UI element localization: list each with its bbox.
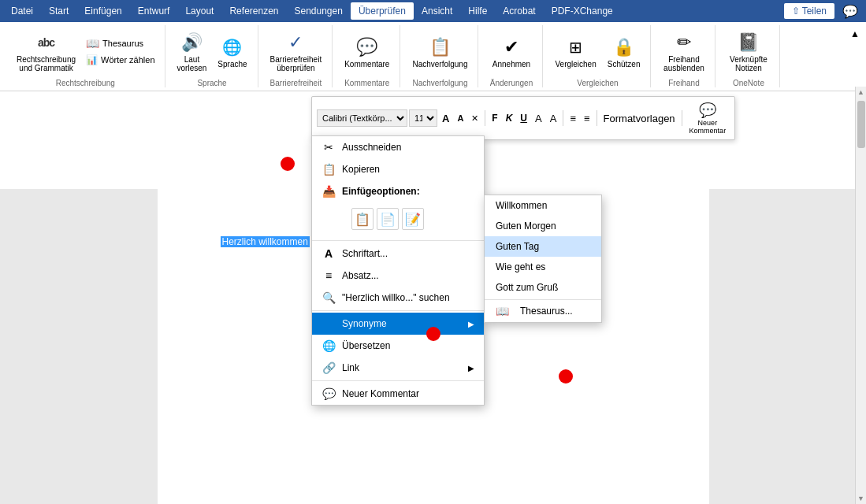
ctx-divider-2 (312, 310, 484, 311)
ctx-divider-1 (312, 240, 484, 241)
btn-sprache[interactable]: 🌐 Sprache (214, 32, 251, 71)
group-content-onenote: 📓 VerknüpfteNotizen (726, 25, 771, 77)
ctx-uebersetzen[interactable]: 🌐 Übersetzen (312, 335, 484, 357)
menu-hilfe[interactable]: Hilfe (460, 2, 495, 20)
menu-entwurf[interactable]: Entwurf (130, 2, 178, 20)
sub-guten-morgen[interactable]: Guten Morgen (485, 216, 601, 236)
scroll-up-arrow[interactable]: ▲ (856, 87, 866, 98)
font-grow-btn[interactable]: A (439, 109, 452, 127)
font-shrink-btn[interactable]: A (454, 109, 466, 127)
menu-layout[interactable]: Layout (177, 2, 221, 20)
styles-btn[interactable]: Formatvorlagen (600, 109, 678, 127)
group-content-kommentare: 💬 Kommentare (340, 25, 393, 77)
group-rechtschreibung: abc Rechtschreibungund Grammatik 📖 Thesa… (6, 25, 165, 87)
group-content-aenderungen: ✔ Annehmen (489, 25, 534, 77)
underline-btn[interactable]: U (517, 109, 530, 127)
btn-onenote[interactable]: 📓 VerknüpfteNotizen (726, 28, 771, 75)
new-comment-toolbar-btn[interactable]: 💬 NeuerKommentar (686, 99, 730, 137)
ctx-einfuege-label: Einfügeoptionen: (342, 186, 474, 197)
paste-opt-2[interactable]: 📄 (377, 208, 399, 230)
scissors-icon: ✂ (321, 140, 336, 154)
menu-einfuegen[interactable]: Einfügen (76, 2, 129, 20)
btn-laut[interactable]: 🔊 Lautvorlesen (173, 28, 211, 75)
toolbar-divider-3 (597, 110, 597, 126)
list-btn-1[interactable]: ≡ (567, 109, 579, 127)
menu-referenzen[interactable]: Referenzen (221, 2, 286, 20)
btn-spell-label: Rechtschreibungund Grammatik (17, 55, 76, 72)
paste-opt-1[interactable]: 📋 (351, 208, 374, 230)
group-kommentare: 💬 Kommentare Kommentare (334, 25, 400, 87)
ribbon: abc Rechtschreibungund Grammatik 📖 Thesa… (0, 22, 866, 91)
synonyme-submenu: Willkommen Guten Morgen Guten Tag Wie ge… (484, 195, 602, 323)
freihand-icon: ✏ (671, 30, 697, 55)
font-name-select[interactable]: Calibri (Textkörp... (317, 109, 407, 127)
sprache-icon: 🌐 (220, 35, 245, 60)
format-clear-btn[interactable]: ✕ (468, 109, 481, 127)
ctx-comment[interactable]: 💬 Neuer Kommentar (312, 383, 484, 405)
btn-woerter[interactable]: 📊 Wörter zählen (83, 53, 158, 67)
ribbon-collapse[interactable]: ▲ (850, 25, 860, 87)
sub-thesaurus[interactable]: 📖 Thesaurus... (485, 299, 601, 322)
group-content-sprache: 🔊 Lautvorlesen 🌐 Sprache (173, 25, 251, 77)
ctx-kopieren-label: Kopieren (342, 164, 474, 175)
menu-ansicht[interactable]: Ansicht (414, 2, 460, 20)
sub-gott-gruss[interactable]: Gott zum Gruß (485, 277, 601, 298)
synonyme-icon (321, 317, 336, 331)
highlight-btn[interactable]: A (532, 109, 545, 127)
sub-wie-geht[interactable]: Wie geht es (485, 257, 601, 277)
menu-sendungen[interactable]: Sendungen (287, 2, 351, 20)
ctx-kopieren[interactable]: 📋 Kopieren (312, 158, 484, 180)
kommentare-label: Kommentare (344, 60, 389, 69)
btn-freihand[interactable]: ✏ Freihandausblenden (660, 28, 708, 75)
ctx-ausschneiden[interactable]: ✂ Ausschneiden (312, 136, 484, 158)
toolbar-divider-1 (485, 110, 485, 126)
menu-start[interactable]: Start (41, 2, 76, 20)
menu-acrobat[interactable]: Acrobat (495, 2, 543, 20)
link-arrow: ▶ (468, 364, 474, 372)
comment-icon[interactable]: 💬 (838, 4, 863, 19)
thesaurus-icon: 📖 (86, 37, 99, 50)
ctx-absatz[interactable]: ≡ Absatz... (312, 265, 484, 287)
ctx-schriftart-label: Schriftart... (342, 248, 474, 259)
btn-kommentare[interactable]: 💬 Kommentare (340, 32, 393, 71)
group-label-onenote: OneNote (733, 77, 764, 87)
btn-vergleichen[interactable]: ⊞ Vergleichen (551, 32, 600, 71)
onenote-label: VerknüpfteNotizen (730, 55, 768, 72)
font-size-select[interactable]: 11 (409, 109, 437, 127)
btn-rechtschreibung[interactable]: abc Rechtschreibungund Grammatik (13, 28, 80, 75)
ctx-synonyme[interactable]: Synonyme ▶ (312, 313, 484, 335)
ctx-ausschneiden-label: Ausschneiden (342, 142, 474, 153)
group-nachverf: 📋 Nachverfolgung Nachverfolgung (402, 25, 478, 87)
thesaurus-sub-icon: 📖 (496, 305, 509, 317)
btn-thesaurus[interactable]: 📖 Thesaurus (83, 35, 158, 51)
scroll-down-arrow[interactable]: ▼ (856, 493, 866, 504)
bold-btn[interactable]: F (489, 109, 500, 127)
sub-guten-tag[interactable]: Guten Tag (485, 236, 601, 257)
ctx-link-label: Link (342, 362, 462, 373)
group-label-vergleichen: Vergleichen (577, 77, 618, 87)
ctx-link[interactable]: 🔗 Link ▶ (312, 357, 484, 379)
sub-willkommen[interactable]: Willkommen (485, 195, 601, 216)
btn-annehmen[interactable]: ✔ Annehmen (489, 32, 534, 71)
menu-ueberpruefen[interactable]: Überprüfen (351, 2, 414, 20)
laut-label: Lautvorlesen (177, 55, 207, 72)
paste-opt-3[interactable]: 📝 (402, 208, 424, 230)
group-content: abc Rechtschreibungund Grammatik 📖 Thesa… (13, 25, 158, 77)
list-btn-2[interactable]: ≡ (581, 109, 593, 127)
ctx-schriftart[interactable]: A Schriftart... (312, 243, 484, 265)
ctx-divider-3 (312, 380, 484, 381)
menu-datei[interactable]: Datei (3, 2, 41, 20)
btn-barrier[interactable]: ✓ Barrierefreiheitüberprüfen (266, 28, 326, 75)
italic-btn[interactable]: K (503, 109, 516, 127)
vergleichen-icon: ⊞ (563, 35, 589, 60)
font-color-btn[interactable]: A (547, 109, 560, 127)
ctx-suchen-label: "Herzlich willko..." suchen (342, 292, 474, 303)
btn-schuetzen[interactable]: 🔒 Schützen (604, 32, 645, 71)
scroll-thumb[interactable] (857, 101, 865, 148)
btn-nachverf[interactable]: 📋 Nachverfolgung (408, 32, 471, 71)
font-icon: A (321, 246, 336, 261)
ctx-suchen[interactable]: 🔍 "Herzlich willko..." suchen (312, 287, 484, 309)
menu-pdfxchange[interactable]: PDF-XChange (544, 2, 621, 20)
share-button[interactable]: ⇧ Teilen (784, 3, 834, 19)
sub-willkommen-label: Willkommen (496, 200, 547, 211)
